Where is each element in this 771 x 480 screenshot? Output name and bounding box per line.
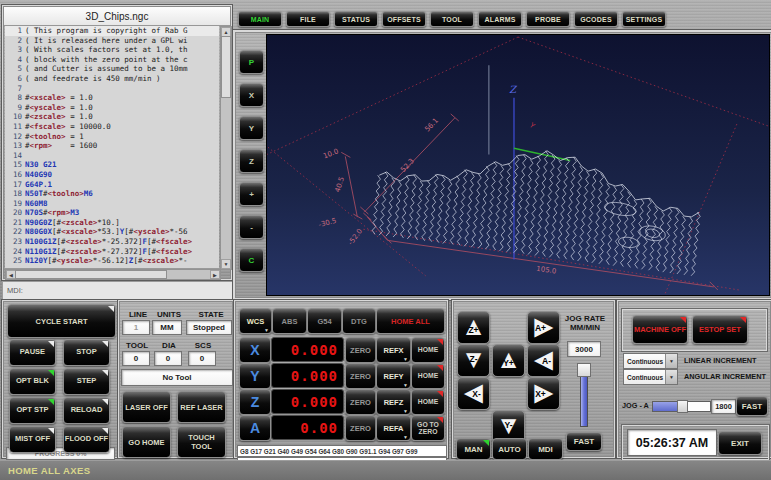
status-panel: LINEUNITSSTATE1MMStoppedTOOLDIASCS000No …: [118, 300, 234, 458]
zero-a-button[interactable]: ZERO: [345, 415, 376, 441]
tab-status[interactable]: STATUS: [334, 11, 378, 27]
field-scs[interactable]: 0: [188, 351, 216, 366]
laser-off-button[interactable]: LASER OFF: [122, 391, 171, 423]
ref-y-button[interactable]: REFY▼: [376, 363, 411, 389]
jog-a-minusplus-button[interactable]: ▶A+: [527, 311, 560, 344]
field-line[interactable]: 1: [122, 320, 150, 335]
estop-button[interactable]: ESTOP SET: [692, 315, 748, 344]
dro-header-abs[interactable]: ABS: [272, 308, 307, 334]
home-z-button[interactable]: HOME: [411, 389, 445, 415]
tab-alarms[interactable]: ALARMS: [478, 11, 522, 27]
field-units[interactable]: MM: [152, 320, 182, 335]
mode-man-button[interactable]: MAN: [456, 438, 491, 460]
zero-x-button[interactable]: ZERO: [345, 337, 376, 363]
indicator-triangle: [48, 341, 54, 347]
jog-a-value[interactable]: 1800: [711, 399, 736, 414]
step-button[interactable]: STEP: [63, 368, 110, 395]
scroll-thumb[interactable]: [15, 270, 167, 279]
jog-a-slider[interactable]: [652, 401, 711, 412]
go-home-button[interactable]: GO HOME: [122, 426, 171, 458]
tab-file[interactable]: FILE: [286, 11, 330, 27]
machine-power-button[interactable]: MACHINE OFF: [632, 315, 688, 344]
view-button-x[interactable]: X: [239, 83, 264, 107]
view-button--[interactable]: -: [239, 215, 264, 239]
ref-laser-button[interactable]: REF LASER: [177, 391, 226, 423]
jog-z-minus-button[interactable]: ▼Z-: [457, 344, 490, 377]
tab-gcodes[interactable]: GCODES: [574, 11, 618, 27]
tab-settings[interactable]: SETTINGS: [622, 11, 666, 27]
slider-handle[interactable]: [577, 363, 591, 377]
view-button-c[interactable]: C: [239, 248, 264, 272]
jog-fast-button[interactable]: FAST: [566, 432, 602, 451]
horizontal-scrollbar[interactable]: ◀ ▶: [5, 269, 221, 280]
mode-auto-button[interactable]: AUTO: [492, 438, 527, 460]
slider-handle[interactable]: [677, 400, 688, 413]
home-x-button[interactable]: HOME: [411, 337, 445, 363]
angular-increment-select[interactable]: Continuous ▼: [623, 369, 678, 385]
gcode-editor[interactable]: 1( This program is copyright of Rab G2( …: [5, 26, 219, 268]
flood-off-button[interactable]: FLOOD OFF: [63, 426, 110, 453]
zero-y-button[interactable]: ZERO: [345, 363, 376, 389]
dro-header-dtg[interactable]: DTG: [342, 308, 376, 334]
scroll-thumb[interactable]: [221, 36, 231, 98]
gcode-preview[interactable]: 10.040.5-30.552.356.1-52.0105.0ZY: [266, 34, 770, 296]
button-label: HOME: [418, 398, 438, 406]
dro-header-wcs[interactable]: WCS▼: [239, 308, 272, 334]
scroll-down-icon[interactable]: ▼: [221, 259, 231, 269]
code-token: <rpm>: [30, 141, 53, 151]
scroll-right-icon[interactable]: ▶: [210, 270, 220, 279]
dro-header-home-all[interactable]: HOME ALL: [376, 308, 445, 334]
view-button-y[interactable]: Y: [239, 116, 264, 140]
jog-y-minusplus-button[interactable]: ▲Y+: [492, 344, 525, 377]
exit-button[interactable]: EXIT: [718, 431, 762, 455]
stop-button[interactable]: STOP: [63, 339, 110, 366]
field-tool[interactable]: 0: [122, 351, 150, 366]
axis-button-x[interactable]: X: [239, 337, 271, 363]
axis-button-z[interactable]: Z: [239, 389, 271, 415]
jog-a-fast-button[interactable]: FAST: [736, 396, 768, 416]
tab-tool[interactable]: TOOL: [430, 11, 474, 27]
jog-a-minus-button[interactable]: ◀A-: [527, 344, 560, 377]
tab-main[interactable]: MAIN: [238, 11, 282, 27]
ref-z-button[interactable]: REFZ▼: [376, 389, 411, 415]
jog-x-minus-button[interactable]: ◀X-: [457, 377, 490, 410]
mist-off-button[interactable]: MIST OFF: [9, 426, 56, 453]
button-label: ABS: [282, 317, 298, 326]
tab-offsets[interactable]: OFFSETS: [382, 11, 426, 27]
dro-header-g54[interactable]: G54: [307, 308, 342, 334]
home-y-button[interactable]: HOME: [411, 363, 445, 389]
axis-button-a[interactable]: A: [239, 415, 271, 441]
axis-button-y[interactable]: Y: [239, 363, 271, 389]
pause-button[interactable]: PAUSE: [9, 339, 56, 366]
field-dia[interactable]: 0: [154, 351, 182, 366]
view-button-p[interactable]: P: [239, 50, 264, 74]
jog-rate-value[interactable]: 3000: [567, 341, 601, 357]
ref-x-button[interactable]: REFX▼: [376, 337, 411, 363]
jog-panel: JOG RATE MM/MIN 3000 FAST ▲Z+▶A+▼Z-▲Y+◀A…: [452, 300, 615, 458]
code-line: 15N30 G21: [5, 160, 219, 170]
code-line: 17G64P.1: [5, 180, 219, 190]
field-state[interactable]: Stopped: [186, 320, 232, 335]
vertical-scrollbar[interactable]: ▲ ▼: [220, 26, 232, 270]
jog-x-minusplus-button[interactable]: ▶X+: [527, 377, 560, 410]
chevron-down-icon[interactable]: ▼: [665, 370, 677, 384]
mode-mdi-button[interactable]: MDI: [528, 438, 563, 460]
touch-tool-button[interactable]: TOUCH TOOL: [177, 426, 226, 458]
view-button-z[interactable]: Z: [239, 149, 264, 173]
ref-a-button[interactable]: REFA▼: [376, 415, 411, 441]
code-token: <toolno>: [48, 189, 84, 199]
linear-increment-select[interactable]: Continuous ▼: [623, 353, 678, 369]
view-button-+[interactable]: +: [239, 182, 264, 206]
chevron-down-icon[interactable]: ▼: [665, 354, 677, 368]
tab-probe[interactable]: PROBE: [526, 11, 570, 27]
cycle-start-button[interactable]: CYCLE START: [7, 304, 116, 338]
zero-z-button[interactable]: ZERO: [345, 389, 376, 415]
mdi-input[interactable]: MDI:: [2, 281, 236, 300]
opt-blk-button[interactable]: OPT BLK: [9, 368, 56, 395]
jog-rate-slider[interactable]: [577, 363, 589, 429]
reload-button[interactable]: RELOAD: [63, 397, 110, 424]
opt-stp-button[interactable]: OPT STP: [9, 397, 56, 424]
jog-z-minusplus-button[interactable]: ▲Z+: [457, 311, 490, 344]
line-number: 21: [5, 218, 22, 228]
home-a-button[interactable]: GO TO ZERO: [411, 415, 445, 441]
